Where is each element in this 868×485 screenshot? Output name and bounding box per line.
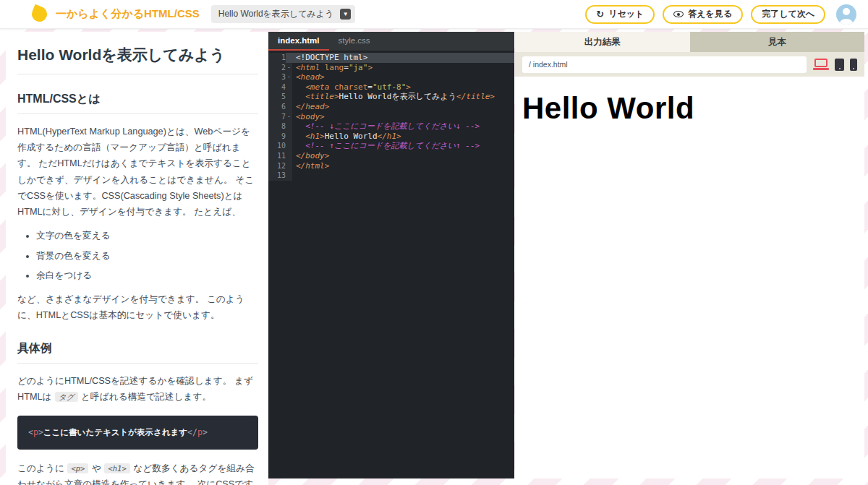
inline-code: <p> bbox=[67, 463, 88, 473]
line-code: <!-- ↓ここにコードを記載してください↓ --> bbox=[292, 121, 514, 132]
line-number: 4 bbox=[268, 82, 286, 93]
code-token: "utf-8" bbox=[373, 82, 406, 92]
fold-marker bbox=[286, 132, 292, 142]
editor-line[interactable]: 12</html> bbox=[268, 161, 514, 171]
line-number: 5 bbox=[268, 92, 286, 102]
preview-tab-出力結果[interactable]: 出力結果 bbox=[515, 32, 690, 52]
code-token bbox=[296, 82, 305, 92]
code-token: </h1> bbox=[378, 132, 401, 141]
editor-line[interactable]: 6</head> bbox=[268, 102, 514, 112]
line-number: 11 bbox=[268, 151, 286, 161]
code-token bbox=[329, 82, 334, 92]
fold-marker bbox=[286, 92, 292, 102]
code-token: > bbox=[203, 427, 208, 437]
line-number: 8 bbox=[268, 121, 286, 132]
lesson-selector[interactable]: Hello Worldを表示してみよう ▼ bbox=[211, 5, 356, 23]
line-number: 6 bbox=[268, 102, 286, 112]
line-number: 7 bbox=[268, 112, 286, 122]
line-number: 2 bbox=[268, 63, 286, 73]
code-token: <title> bbox=[305, 92, 339, 101]
lesson-panel: Hello Worldを表示してみようHTML/CSSとはHTML(HyperT… bbox=[6, 32, 268, 485]
code-token: p bbox=[33, 427, 38, 437]
code-token: Hello Worldを表示してみよう bbox=[339, 92, 456, 101]
preview-tab-見本[interactable]: 見本 bbox=[690, 32, 865, 52]
code-token: </title> bbox=[456, 92, 495, 101]
preview-heading: Hello World bbox=[522, 91, 859, 126]
editor-code-area[interactable]: 1<!DOCTYPE html>2-<html lang="ja">3-<hea… bbox=[268, 51, 514, 478]
line-code: <!-- ↑ここにコードを記載してください↑ --> bbox=[292, 141, 514, 151]
complete-next-button[interactable]: 完了して次へ bbox=[751, 5, 825, 24]
code-token: </body> bbox=[296, 151, 329, 160]
text-run: と呼ばれる構造で記述します。 bbox=[79, 392, 212, 402]
editor-line[interactable]: 1<!DOCTYPE html> bbox=[268, 53, 514, 63]
laptop-icon[interactable] bbox=[813, 59, 829, 70]
line-number: 10 bbox=[268, 141, 286, 151]
line-code: <title>Hello Worldを表示してみよう</title> bbox=[292, 92, 514, 102]
list-item: 背景の色を変える bbox=[36, 249, 258, 263]
code-token: </head> bbox=[296, 102, 329, 111]
editor-line[interactable]: 5 <title>Hello Worldを表示してみよう</title> bbox=[268, 92, 514, 102]
lesson-paragraph: どのようにHTML/CSSを記述するかを確認します。 まずHTMLは タグ と呼… bbox=[17, 373, 258, 405]
app-header: 一からよく分かるHTML/CSS Hello Worldを表示してみよう ▼ ↻… bbox=[0, 0, 868, 29]
code-token: <body> bbox=[296, 112, 325, 121]
user-avatar[interactable] bbox=[836, 4, 856, 25]
line-code: <meta charset="utf-8"> bbox=[292, 82, 514, 93]
fold-marker[interactable]: - bbox=[286, 72, 292, 82]
avatar-person-body bbox=[840, 19, 853, 25]
preview-output: Hello World bbox=[515, 77, 864, 478]
chevron-down-icon[interactable]: ▼ bbox=[340, 9, 351, 20]
code-token: > bbox=[406, 82, 411, 92]
phone-icon[interactable] bbox=[850, 59, 857, 71]
editor-line[interactable]: 10 <!-- ↑ここにコードを記載してください↑ --> bbox=[268, 141, 514, 151]
inline-code: タグ bbox=[55, 392, 78, 402]
code-token: "ja" bbox=[349, 63, 368, 72]
code-token bbox=[296, 141, 305, 150]
editor-line[interactable]: 11</body> bbox=[268, 151, 514, 161]
editor-tab-bar: index.htmlstyle.css bbox=[268, 32, 514, 51]
code-token: p bbox=[197, 427, 203, 437]
refresh-icon: ↻ bbox=[596, 9, 604, 19]
code-token: ここに書いたテキストが表示されます bbox=[43, 427, 187, 437]
code-token: <!DOCTYPE html> bbox=[296, 53, 367, 62]
lesson-heading: Hello Worldを表示してみよう bbox=[17, 40, 258, 74]
editor-line[interactable]: 9 <h1>Hello World</h1> bbox=[268, 132, 514, 142]
line-code: <html lang="ja"> bbox=[292, 63, 514, 73]
list-item: 文字の色を変える bbox=[36, 228, 258, 243]
code-token: > bbox=[367, 63, 373, 72]
code-token: Hello World bbox=[325, 132, 378, 141]
fold-marker bbox=[286, 82, 292, 93]
editor-line[interactable]: 13 bbox=[268, 171, 514, 181]
editor-tab-style.css[interactable]: style.css bbox=[329, 32, 380, 51]
fold-marker[interactable]: - bbox=[286, 112, 292, 122]
line-number: 9 bbox=[268, 132, 286, 142]
lesson-heading: HTML/CSSとは bbox=[17, 92, 258, 114]
brand-title: 一からよく分かるHTML/CSS bbox=[56, 7, 200, 21]
show-answer-button[interactable]: 答えを見る bbox=[663, 5, 743, 24]
line-code: </head> bbox=[292, 102, 514, 112]
line-code: <!DOCTYPE html> bbox=[292, 53, 514, 63]
code-token: <!-- ↑ここにコードを記載してください↑ --> bbox=[305, 141, 480, 150]
code-token: = bbox=[344, 63, 349, 72]
editor-line[interactable]: 4 <meta charset="utf-8"> bbox=[268, 82, 514, 93]
line-code: </body> bbox=[292, 151, 514, 161]
code-token: > bbox=[38, 427, 43, 437]
line-code: <head> bbox=[292, 72, 514, 82]
editor-line[interactable]: 3-<head> bbox=[268, 72, 514, 82]
editor-line[interactable]: 8 <!-- ↓ここにコードを記載してください↓ --> bbox=[268, 121, 514, 132]
fold-marker[interactable]: - bbox=[286, 63, 292, 73]
editor-line[interactable]: 2-<html lang="ja"> bbox=[268, 63, 514, 73]
preview-url-row: / index.html bbox=[515, 52, 864, 77]
reset-button[interactable]: ↻ リセット bbox=[585, 5, 655, 24]
url-bar[interactable]: / index.html bbox=[522, 56, 807, 73]
code-token: charset bbox=[334, 82, 367, 92]
code-token bbox=[296, 121, 305, 131]
tablet-icon[interactable] bbox=[835, 59, 844, 71]
code-block-line: <p>ここに書いたテキストが表示されます</p> bbox=[28, 426, 247, 439]
lesson-paragraph: HTML(HyperText Markup Language)とは、Webページ… bbox=[17, 124, 258, 220]
code-token bbox=[296, 132, 305, 141]
editor-tab-index.html[interactable]: index.html bbox=[268, 32, 329, 51]
fold-marker bbox=[286, 102, 292, 112]
editor-line[interactable]: 7-<body> bbox=[268, 112, 514, 122]
inline-code: <h1> bbox=[104, 463, 129, 473]
fold-marker bbox=[286, 141, 292, 151]
